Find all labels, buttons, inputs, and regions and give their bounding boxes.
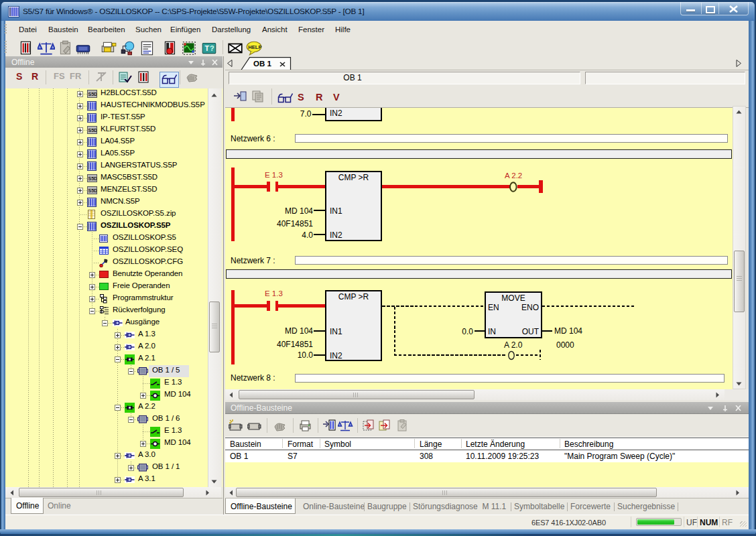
svg-text:S5D: S5D [88,128,98,133]
svg-text:S5D: S5D [88,176,98,181]
svg-text:S5D: S5D [88,92,98,96]
svg-text:T: T [205,44,210,52]
svg-text:S5D: S5D [88,188,98,193]
svg-text:?: ? [210,44,214,52]
svg-text:HELP: HELP [248,44,261,50]
